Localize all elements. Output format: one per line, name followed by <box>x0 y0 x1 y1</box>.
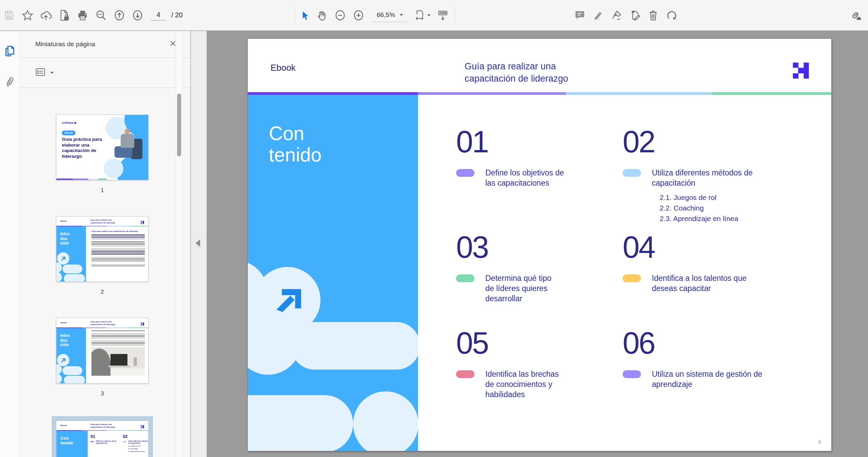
mini-toc-number: 02 <box>123 434 149 439</box>
share-link-button[interactable] <box>846 4 865 26</box>
chevron-down-icon <box>50 72 54 74</box>
delete-button[interactable] <box>644 4 662 26</box>
hand-icon <box>316 10 328 21</box>
edit-page-button[interactable] <box>626 4 644 26</box>
mini-page-title: Guía para realizar unacapacitación de li… <box>90 321 121 326</box>
highlight-button[interactable] <box>589 4 607 26</box>
mini-toc: 01 Define los objetivos de las capacitac… <box>90 434 147 457</box>
ebook-label: Ebook <box>271 63 296 73</box>
save-button[interactable] <box>0 4 18 26</box>
decorative-circle <box>353 391 418 451</box>
hand-tool-button[interactable] <box>313 4 331 26</box>
document-title: Guía para realizar unacapacitación de li… <box>465 60 568 85</box>
thumbnail-page-3[interactable]: Ebook Guía para realizar unacapacitación… <box>56 318 149 397</box>
chevron-down-icon <box>427 14 431 16</box>
toc-pill <box>456 169 474 177</box>
thumbnail-1-label: 1 <box>56 187 149 194</box>
cover-photo-legs <box>115 146 132 158</box>
mini-page-title: Guía para realizar unacapacitación de li… <box>90 219 121 224</box>
thumbnail-3-label: 3 <box>56 390 149 397</box>
thumbnails-panel: Miniaturas de página <box>19 31 190 457</box>
content-blue-panel: Contenido <box>248 95 418 451</box>
page-up-button[interactable] <box>110 4 128 26</box>
sidebar-rail <box>0 31 19 457</box>
fit-width-button[interactable] <box>411 4 434 26</box>
protect-file-button[interactable] <box>55 4 73 26</box>
page-thumbnails-icon <box>3 44 16 59</box>
toc-number: 06 <box>623 327 764 359</box>
toc-sub-items: 2.1. Juegos de rol 2.2. Coaching 2.3. Ap… <box>660 192 754 224</box>
cover-art <box>107 115 149 180</box>
cover-photo-person <box>121 134 134 148</box>
toc-item-03: 03 Determina qué tipo de líderes quieres… <box>456 232 560 304</box>
mini-page-header: Ebook Guía para realizar unacapacitación… <box>56 318 148 328</box>
mini-ebook-label: Ebook <box>60 424 67 426</box>
cloud-upload-button[interactable] <box>37 4 55 26</box>
page-number: 4 <box>818 439 821 445</box>
page-down-button[interactable] <box>128 4 147 26</box>
toc-text: Define los objetivos de las capacitacion… <box>485 168 574 188</box>
tab-attachments[interactable] <box>0 72 19 92</box>
mini-page-title: Guía para realizar unacapacitación de li… <box>90 423 121 428</box>
page-number-input[interactable] <box>151 10 166 21</box>
thumbnail-options-row <box>20 58 190 88</box>
toc-text: Utiliza diferentes métodos de capacitaci… <box>652 168 754 188</box>
toc-sub-item: 2.2. Coaching <box>660 203 754 213</box>
zoom-out-button[interactable] <box>331 4 349 26</box>
thumbnail-2-preview: Ebook Guía para realizar unacapacitación… <box>56 216 149 282</box>
print-button[interactable] <box>73 4 92 26</box>
thumbnail-4-preview: Ebook Guía para realizar unacapacitación… <box>56 421 149 457</box>
header-stripe <box>248 92 831 95</box>
mini-toc-sub: 2.3. Aprendizaje en línea <box>128 451 149 453</box>
thumbnail-list: crehana Ebook Guía práctica para elabora… <box>20 88 190 457</box>
panel-resize-gutter[interactable] <box>191 31 207 457</box>
mini-body-text <box>91 331 145 376</box>
page-count-label: / 20 <box>171 11 183 19</box>
page-display-button[interactable] <box>434 4 452 26</box>
thumbnails-panel-header: Miniaturas de página <box>20 31 190 58</box>
zoom-level-dropdown[interactable]: 66,5% <box>372 9 408 22</box>
thumbnail-page-2[interactable]: Ebook Guía para realizar unacapacitación… <box>56 216 149 295</box>
toolbar-separator <box>455 6 455 24</box>
toc-item-01: 01 Define los objetivos de las capacitac… <box>456 126 574 188</box>
toc-sub-item: 2.1. Juegos de rol <box>660 192 754 203</box>
rotate-button[interactable] <box>662 4 681 26</box>
rotate-icon <box>666 10 677 21</box>
select-cursor-icon <box>300 10 310 20</box>
toc-number: 04 <box>623 232 761 263</box>
decorative-pill <box>291 322 418 370</box>
toc-pill <box>456 274 474 282</box>
toc-pill <box>456 370 474 378</box>
zoom-in-icon <box>353 10 364 21</box>
search-icon <box>95 10 107 21</box>
toc-pill <box>623 370 641 378</box>
mini-blue-panel: Contenido <box>56 431 88 457</box>
star-button[interactable] <box>18 4 37 26</box>
tab-page-thumbnails[interactable] <box>0 41 19 62</box>
document-canvas[interactable]: Ebook Guía para realizar unacapacitación… <box>207 31 868 457</box>
page-display-icon <box>437 10 449 21</box>
comment-button[interactable] <box>571 4 589 26</box>
mini-photo <box>91 347 145 376</box>
mini-section-title: Contenido <box>60 436 73 445</box>
chevron-down-icon <box>400 14 403 16</box>
thumbnail-options-button[interactable] <box>35 68 54 78</box>
select-tool-button[interactable] <box>297 4 313 26</box>
pdf-page: Ebook Guía para realizar unacapacitación… <box>247 38 832 451</box>
page-up-icon <box>114 10 125 21</box>
page-number-field <box>150 10 167 21</box>
mini-toc-sub: 2.2. Coaching <box>128 448 149 450</box>
mini-ebook-label: Ebook <box>60 220 67 222</box>
collapse-panel-icon[interactable] <box>195 239 200 247</box>
panel-title: Miniaturas de página <box>35 40 95 48</box>
sign-button[interactable] <box>607 4 626 26</box>
zoom-in-button[interactable] <box>349 4 368 26</box>
panel-scrollbar-thumb[interactable] <box>177 94 181 156</box>
zoom-out-icon <box>334 10 346 21</box>
toc-pill <box>623 169 641 177</box>
ebook-badge: Ebook <box>62 131 75 135</box>
search-button[interactable] <box>92 4 110 26</box>
thumbnail-page-4-selected[interactable]: Ebook Guía para realizar unacapacitación… <box>52 416 153 457</box>
thumbnail-page-1[interactable]: crehana Ebook Guía práctica para elabora… <box>56 115 149 194</box>
page-body: Contenido 01 Define los objetivos de las… <box>248 95 831 451</box>
